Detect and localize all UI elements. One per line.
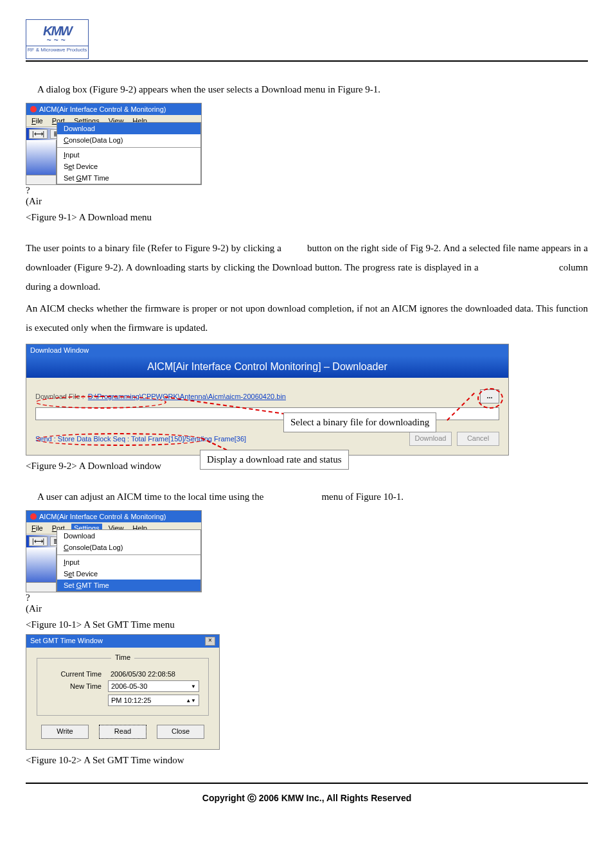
spinner-icon[interactable]: ▲▼ — [186, 698, 196, 704]
submenu-setdevice-2[interactable]: Set Device — [57, 568, 200, 580]
read-button[interactable]: Read — [99, 725, 147, 739]
submenu-download[interactable]: Download — [57, 123, 200, 134]
kmw-logo: KMW ~~~ RF & Microwave Products — [26, 19, 89, 59]
chevron-down-icon[interactable]: ▼ — [191, 684, 196, 689]
time-group: Time Current Time 2006/05/30 22:08:58 Ne… — [37, 658, 209, 716]
win-title-2: AICM(Air Interface Control & Monitoring) — [39, 513, 166, 520]
annotation-status-ellipse — [35, 433, 205, 446]
new-date-input[interactable]: 2006-05-30 ▼ — [108, 680, 199, 692]
paragraph-2: The user points to a binary file (Refer … — [26, 238, 588, 296]
menu-file-2[interactable]: File — [29, 524, 46, 533]
close-icon[interactable]: × — [205, 637, 215, 646]
new-time-input[interactable]: PM 10:12:25 ▲▼ — [108, 695, 199, 706]
logo-tagline: RF & Microwave Products — [26, 46, 88, 53]
logo-wave: ~~~ — [46, 37, 67, 44]
figure-10-2-screenshot: Set GMT Time Window × Time Current Time … — [26, 634, 220, 750]
submenu-setgmt-2[interactable]: Set GMT Time — [57, 580, 200, 591]
settings-submenu: Download Console(Data Log) Input Set Dev… — [57, 122, 201, 184]
gmt-titlebar: Set GMT Time Window × — [26, 635, 219, 648]
air-badge-2: (Air — [26, 603, 200, 614]
figure-10-1-caption: <Figure 10-1> A Set GMT Time menu — [26, 619, 588, 630]
win-titlebar: AICM(Air Interface Control & Monitoring) — [26, 103, 201, 115]
left-grad-col — [26, 140, 57, 184]
new-time-label: New Time — [46, 682, 108, 690]
gmt-title: Set GMT Time Window — [30, 637, 103, 646]
help-icon-2[interactable]: ? — [26, 592, 200, 603]
logo-big: KMW — [43, 25, 71, 37]
submenu-console[interactable]: Console(Data Log) — [57, 134, 200, 146]
current-time-label: Current Time — [46, 670, 108, 678]
submenu-setdevice[interactable]: Set Device — [57, 161, 200, 172]
win-titlebar-2: AICM(Air Interface Control & Monitoring) — [26, 511, 201, 522]
download-button[interactable]: Download — [409, 432, 452, 446]
submenu-input[interactable]: Input — [57, 149, 200, 161]
help-icon[interactable]: ? — [26, 185, 200, 196]
copyright-notice: Copyright ⓒ 2006 KMW Inc., All Rights Re… — [26, 793, 588, 804]
submenu-download-2[interactable]: Download — [57, 530, 200, 542]
close-button[interactable]: Close — [157, 725, 204, 739]
callout-select-file: Select a binary file for downloading — [283, 412, 436, 432]
app-icon-2 — [30, 513, 37, 520]
annotation-path-ellipse — [35, 396, 166, 409]
left-grad-col-2 — [26, 547, 57, 592]
submenu-setgmt[interactable]: Set GMT Time — [57, 172, 200, 184]
figure-9-1-caption: <Figure 9-1> A Download menu — [26, 212, 588, 223]
air-badge: (Air — [26, 196, 200, 207]
cancel-button[interactable]: Cancel — [457, 432, 499, 446]
app-icon — [30, 106, 37, 112]
dl-titlebar: Download Window — [26, 344, 508, 356]
group-legend: Time — [111, 653, 134, 661]
annotation-browse-ellipse — [477, 388, 503, 409]
write-button[interactable]: Write — [41, 725, 89, 739]
submenu-input-2[interactable]: Input — [57, 556, 200, 568]
figure-9-1-screenshot: AICM(Air Interface Control & Monitoring)… — [26, 103, 202, 185]
figure-10-1-screenshot: AICM(Air Interface Control & Monitoring)… — [26, 510, 202, 592]
submenu-console-2[interactable]: Console(Data Log) — [57, 542, 200, 553]
figure-9-2-screenshot: Download Window AICM[Air Interface Contr… — [26, 344, 509, 456]
win-title: AICM(Air Interface Control & Monitoring) — [39, 105, 166, 113]
figure-10-2-caption: <Figure 10-2> A Set GMT Time window — [26, 755, 588, 766]
menu-file[interactable]: File — [29, 116, 46, 125]
paragraph-4: A user can adjust an AICM time to the lo… — [26, 487, 588, 506]
toolbar-btn-1[interactable]: |⟷| — [29, 129, 48, 139]
paragraph-1: A dialog box (Figure 9-2) appears when t… — [26, 80, 588, 99]
settings-submenu-2: Download Console(Data Log) Input Set Dev… — [57, 529, 201, 592]
current-time-value: 2006/05/30 22:08:58 — [108, 670, 175, 678]
toolbar-btn-1b[interactable]: |⟷| — [29, 536, 48, 546]
paragraph-3: An AICM checks whether the firmware is p… — [26, 299, 588, 337]
callout-display-rate: Display a download rate and status — [200, 450, 349, 470]
dl-banner: AICM[Air Interface Control Monitoring] –… — [26, 356, 508, 378]
